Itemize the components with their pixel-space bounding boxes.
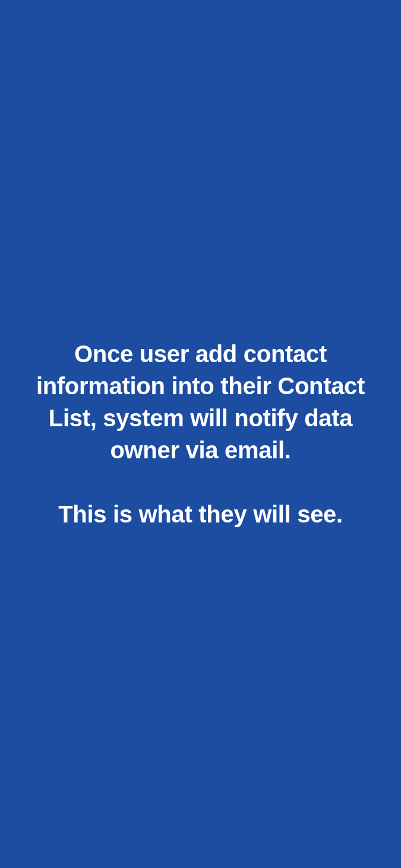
slide-content: Once user add contact information into t… (0, 338, 401, 530)
paragraph-spacer (24, 466, 377, 498)
paragraph-1: Once user add contact information into t… (24, 338, 377, 466)
paragraph-2: This is what they will see. (24, 498, 377, 530)
